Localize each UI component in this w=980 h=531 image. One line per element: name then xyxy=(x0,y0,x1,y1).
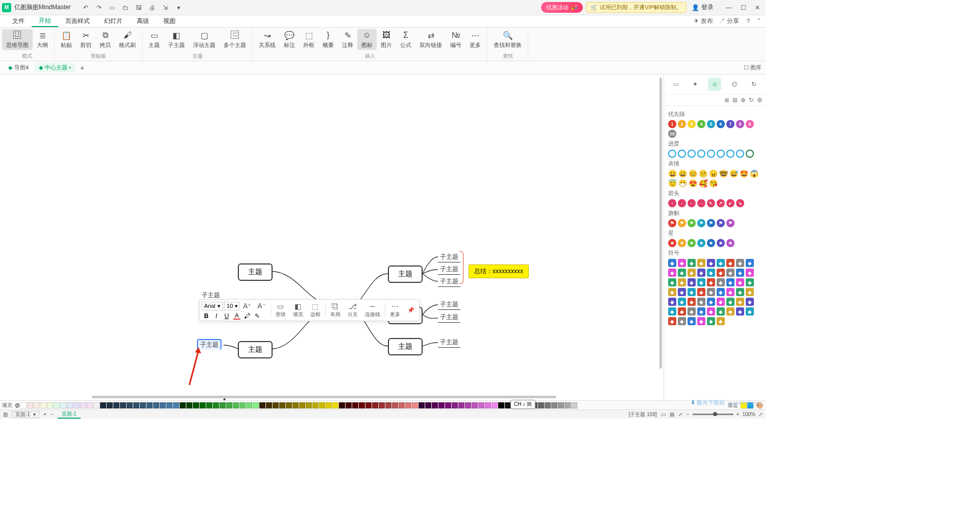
callout-note[interactable]: 总结：xxxxxxxxxx xyxy=(469,264,529,278)
remove-page[interactable]: − xyxy=(51,412,54,417)
collapse-ribbon[interactable]: ˄ xyxy=(757,18,761,25)
flag-icon[interactable]: ⚑ xyxy=(707,219,715,227)
ribbon-标注[interactable]: 💬标注 xyxy=(280,29,299,50)
symbol-icon[interactable]: ◆ xyxy=(736,298,744,306)
symbol-icon[interactable]: ◆ xyxy=(697,259,705,267)
color-swatch[interactable] xyxy=(20,402,27,408)
view-refresh[interactable]: ↻ xyxy=(749,96,754,104)
view-fit[interactable]: ⤢ xyxy=(678,412,682,417)
symbol-icon[interactable]: ◆ xyxy=(707,259,715,267)
color-swatch[interactable] xyxy=(339,402,345,408)
trial-banner[interactable]: 🛒 试用已到期，开通VIP解锁限制。 xyxy=(586,2,687,13)
color-swatch[interactable] xyxy=(399,402,405,408)
ribbon-编号[interactable]: №编号 xyxy=(446,29,465,50)
font-shrink[interactable]: A⁻ xyxy=(255,301,268,311)
star-icon[interactable]: ★ xyxy=(668,239,676,247)
emoji-icon[interactable]: 😅 xyxy=(729,170,738,178)
priority-icon[interactable]: 3 xyxy=(688,120,696,128)
emoji-icon[interactable]: 😱 xyxy=(750,170,758,178)
symbol-icon[interactable]: ◆ xyxy=(736,259,744,267)
color-swatch[interactable] xyxy=(385,402,391,408)
color-swatch[interactable] xyxy=(140,402,146,408)
symbol-icon[interactable]: ◆ xyxy=(726,278,734,286)
highlight-button[interactable]: 🖍 xyxy=(243,312,251,320)
symbol-icon[interactable]: ◆ xyxy=(688,307,696,316)
page-tab[interactable]: 页面-1 xyxy=(58,411,81,419)
priority-icon[interactable]: 4 xyxy=(697,120,705,128)
symbol-icon[interactable]: ◆ xyxy=(678,307,686,316)
symbol-icon[interactable]: ◆ xyxy=(678,278,686,286)
color-swatch[interactable] xyxy=(253,402,259,408)
ribbon-粘贴[interactable]: 📋粘贴 xyxy=(57,29,76,50)
color-swatch[interactable] xyxy=(127,402,133,408)
ribbon-注释[interactable]: ✎注释 xyxy=(338,29,357,50)
symbol-icon[interactable]: ◆ xyxy=(668,307,676,316)
export-button[interactable]: ⇲ xyxy=(161,3,170,12)
priority-icon[interactable]: 9 xyxy=(746,120,754,128)
subtopic-r1b[interactable]: 子主题 xyxy=(438,264,460,275)
color-swatch[interactable] xyxy=(146,402,153,408)
symbol-icon[interactable]: ◆ xyxy=(707,269,715,277)
clear-format-button[interactable]: ✎ xyxy=(254,312,261,320)
view-normal[interactable]: ▭ xyxy=(661,412,666,417)
symbol-icon[interactable]: ◆ xyxy=(678,269,686,277)
color-swatch[interactable] xyxy=(558,402,564,408)
color-swatch[interactable] xyxy=(485,402,491,408)
emoji-icon[interactable]: 😇 xyxy=(668,179,677,187)
zoom-fit[interactable]: ⤢ xyxy=(758,412,763,417)
symbol-icon[interactable]: ◆ xyxy=(726,269,734,277)
topic-node-bl[interactable]: 主题 xyxy=(238,341,273,358)
color-swatch[interactable] xyxy=(246,402,252,408)
color-swatch[interactable] xyxy=(60,402,66,408)
symbol-icon[interactable]: ◆ xyxy=(668,259,676,267)
color-swatch[interactable] xyxy=(233,402,239,408)
color-swatch[interactable] xyxy=(120,402,126,408)
doc-tab[interactable]: ◆ 中心主题 • xyxy=(35,63,75,73)
undo-button[interactable]: ↶ xyxy=(81,3,90,12)
color-swatch[interactable] xyxy=(432,402,438,408)
progress-icon[interactable] xyxy=(678,150,686,158)
symbol-icon[interactable]: ◆ xyxy=(678,317,686,325)
arrow-icon[interactable]: ↓ xyxy=(678,199,686,207)
share-button[interactable]: ↗ 分享 xyxy=(719,17,739,26)
color-swatch[interactable] xyxy=(34,402,40,408)
color-swatch[interactable] xyxy=(113,402,119,408)
color-swatch[interactable] xyxy=(372,402,378,408)
arrow-icon[interactable]: ← xyxy=(688,199,696,207)
topic-node-r1[interactable]: 主题 xyxy=(388,266,423,283)
ribbon-多个主题[interactable]: ⿷多个主题 xyxy=(219,29,250,50)
progress-icon[interactable] xyxy=(668,150,676,158)
color-swatch[interactable] xyxy=(425,402,431,408)
layout-button[interactable]: ⿻布局 xyxy=(328,301,343,319)
color-swatch[interactable] xyxy=(200,402,206,408)
priority-icon[interactable]: 6 xyxy=(717,120,725,128)
font-color-button[interactable]: A xyxy=(233,312,240,320)
view-grid[interactable]: ⊞ xyxy=(732,96,738,104)
star-icon[interactable]: ★ xyxy=(697,239,705,247)
color-swatch[interactable] xyxy=(186,402,192,408)
color-swatch[interactable] xyxy=(326,402,332,408)
flag-icon[interactable]: ⚑ xyxy=(697,219,705,227)
promo-badge[interactable]: 优惠活动 🎉 xyxy=(541,2,583,13)
ribbon-浮动主题[interactable]: ▢浮动主题 xyxy=(189,29,219,50)
color-swatch[interactable] xyxy=(412,402,418,408)
symbol-icon[interactable]: ◆ xyxy=(717,307,725,316)
font-family-select[interactable]: Arial ▾ xyxy=(202,302,223,310)
symbol-icon[interactable]: ◆ xyxy=(668,278,676,286)
ribbon-公式[interactable]: Σ公式 xyxy=(396,29,415,50)
color-swatch[interactable] xyxy=(100,402,106,408)
symbol-icon[interactable]: ◆ xyxy=(707,307,715,316)
symbol-icon[interactable]: ◆ xyxy=(726,288,734,296)
symbol-icon[interactable]: ◆ xyxy=(688,317,696,325)
color-swatch[interactable] xyxy=(538,402,544,408)
ribbon-关系线[interactable]: ↝关系线 xyxy=(255,29,280,50)
print-button[interactable]: 🖨 xyxy=(148,3,157,12)
color-swatch[interactable] xyxy=(405,402,411,408)
symbol-icon[interactable]: ◆ xyxy=(688,298,696,306)
underline-button[interactable]: U xyxy=(223,312,230,320)
symbol-icon[interactable]: ◆ xyxy=(736,269,744,277)
color-swatch[interactable] xyxy=(279,402,285,408)
ribbon-图标[interactable]: ☺图标 xyxy=(357,29,377,50)
close-button[interactable]: ✕ xyxy=(751,3,764,13)
flag-icon[interactable]: ⚑ xyxy=(717,219,725,227)
